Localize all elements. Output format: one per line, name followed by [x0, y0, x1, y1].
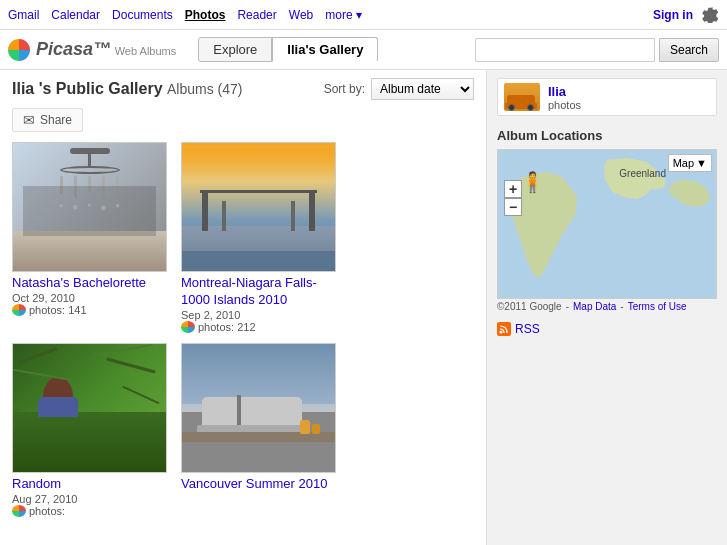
album-title: Random [12, 476, 167, 493]
chevron-down-icon: ▼ [696, 157, 707, 169]
album-item[interactable]: Montreal-Niagara Falls-1000 Islands 2010… [181, 142, 336, 333]
picasa-app-name: Picasa™ [36, 39, 111, 59]
envelope-icon: ✉ [23, 112, 35, 128]
album-photos: photos: [12, 505, 167, 517]
album-date: Sep 2, 2010 [181, 309, 336, 321]
album-date: Oct 29, 2010 [12, 292, 167, 304]
car-shape [507, 95, 535, 109]
map-container[interactable]: Greenland 🧍 Map ▼ + − [497, 149, 717, 299]
search-input[interactable] [475, 38, 655, 62]
picasa-icon-small [12, 304, 26, 316]
right-sidebar: Ilia photos Album Locations Greenland [487, 70, 727, 545]
svg-point-1 [500, 331, 503, 334]
search-area: Search [475, 38, 719, 62]
nav-documents[interactable]: Documents [112, 8, 173, 22]
album-date: Aug 27, 2010 [12, 493, 167, 505]
album-item[interactable]: ● ● ● ● ● Natasha's Bachelorette Oct 29,… [12, 142, 167, 333]
map-zoom-out-button[interactable]: − [504, 198, 522, 216]
nav-gmail[interactable]: Gmail [8, 8, 39, 22]
map-type-selector[interactable]: Map ▼ [668, 154, 712, 172]
map-type-label: Map [673, 157, 694, 169]
rss-label: RSS [515, 322, 540, 336]
top-navigation: Gmail Calendar Documents Photos Reader W… [0, 0, 727, 30]
user-avatar [504, 83, 540, 111]
user-info: Ilia photos [548, 84, 581, 111]
main-layout: Ilia 's Public Gallery Albums (47) Sort … [0, 70, 727, 545]
tab-gallery[interactable]: Ilia's Gallery [272, 37, 378, 62]
tab-explore[interactable]: Explore [198, 37, 272, 62]
picasa-logo-image [8, 39, 30, 61]
map-zoom-controls: + − [504, 180, 522, 216]
gallery-title: Ilia 's Public Gallery Albums (47) [12, 80, 242, 97]
albums-count: Albums (47) [167, 81, 242, 97]
album-thumbnail [181, 343, 336, 473]
rss-link[interactable]: RSS [497, 322, 717, 336]
map-label-greenland: Greenland [619, 168, 666, 179]
map-person-marker: 🧍 [520, 170, 545, 194]
album-photos: photos: 212 [181, 321, 336, 333]
album-thumbnail [12, 343, 167, 473]
map-terms-link[interactable]: Terms of Use [628, 301, 687, 312]
search-button[interactable]: Search [659, 38, 719, 62]
picasa-icon-small [12, 505, 26, 517]
album-photos: photos: 141 [12, 304, 167, 316]
map-copyright: ©2011 Google [497, 301, 562, 312]
album-item[interactable]: Vancouver Summer 2010 [181, 343, 336, 517]
web-albums-label: Web Albums [115, 45, 177, 57]
user-photos-label: photos [548, 99, 581, 111]
rss-icon [497, 322, 511, 336]
nav-more[interactable]: more ▾ [325, 8, 362, 22]
album-title: Vancouver Summer 2010 [181, 476, 336, 493]
share-button[interactable]: ✉ Share [12, 108, 83, 132]
sort-area: Sort by: Album date Title Date updated [324, 78, 474, 100]
nav-calendar[interactable]: Calendar [51, 8, 100, 22]
left-content: Ilia 's Public Gallery Albums (47) Sort … [0, 70, 487, 545]
sort-select[interactable]: Album date Title Date updated [371, 78, 474, 100]
user-bar: Ilia photos [497, 78, 717, 116]
settings-button[interactable] [701, 6, 719, 24]
map-data-link[interactable]: Map Data [573, 301, 616, 312]
share-label: Share [40, 113, 72, 127]
nav-photos[interactable]: Photos [185, 8, 226, 22]
gallery-header: Ilia 's Public Gallery Albums (47) Sort … [12, 78, 474, 100]
albums-grid: ● ● ● ● ● Natasha's Bachelorette Oct 29,… [12, 142, 474, 517]
nav-links: Gmail Calendar Documents Photos Reader W… [8, 8, 362, 22]
album-item[interactable]: Random Aug 27, 2010 photos: [12, 343, 167, 517]
right-nav: Sign in [653, 6, 719, 24]
album-title: Natasha's Bachelorette [12, 275, 167, 292]
gear-icon [702, 7, 718, 23]
map-zoom-in-button[interactable]: + [504, 180, 522, 198]
album-title: Montreal-Niagara Falls-1000 Islands 2010 [181, 275, 336, 309]
album-thumbnail [181, 142, 336, 272]
sort-label: Sort by: [324, 82, 365, 96]
sign-in-link[interactable]: Sign in [653, 8, 693, 22]
picasa-icon-small [181, 321, 195, 333]
album-locations-title: Album Locations [497, 128, 717, 143]
album-thumbnail: ● ● ● ● ● [12, 142, 167, 272]
nav-reader[interactable]: Reader [237, 8, 276, 22]
car-wheel-right [527, 104, 534, 111]
header-tabs: Explore Ilia's Gallery [198, 37, 378, 62]
picasa-logo: Picasa™ Web Albums [8, 39, 176, 61]
car-wheel-left [508, 104, 515, 111]
user-name: Ilia [548, 84, 581, 99]
map-attribution: ©2011 Google - Map Data - Terms of Use [497, 301, 717, 312]
picasa-header: Picasa™ Web Albums Explore Ilia's Galler… [0, 30, 727, 70]
nav-web[interactable]: Web [289, 8, 313, 22]
